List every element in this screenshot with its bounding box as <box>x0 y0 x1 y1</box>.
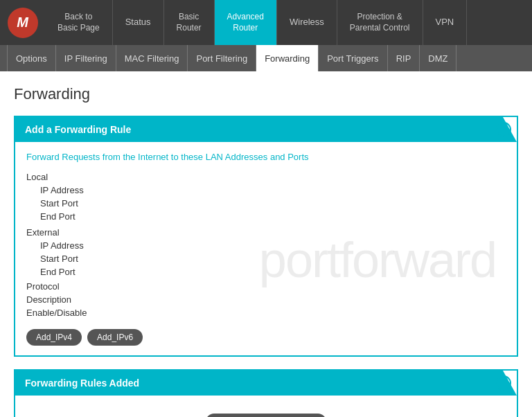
local-end-port: End Port <box>26 210 506 223</box>
logo-area: M <box>0 0 45 45</box>
nav-item-basic-router[interactable]: Basic Router <box>164 0 215 45</box>
clear-all-button[interactable]: Clear All Forwarding Rules <box>206 414 326 417</box>
local-label: Local <box>26 169 506 184</box>
sub-nav: Options IP Filtering MAC Filtering Port … <box>0 45 532 71</box>
rules-info-icon[interactable]: i <box>496 375 511 391</box>
nav-item-advanced-router[interactable]: Advanced Router <box>215 0 277 45</box>
local-group: Local IP Address Start Port End Port <box>26 169 506 223</box>
enable-disable-field: Enable/Disable <box>26 306 506 319</box>
subnav-ip-filtering[interactable]: IP Filtering <box>56 45 116 71</box>
external-ip-address: IP Address <box>26 239 506 252</box>
main-content: Forwarding Add a Forwarding Rule i Forwa… <box>0 71 532 417</box>
external-label: External <box>26 224 506 239</box>
nav-item-wireless[interactable]: Wireless <box>277 0 337 45</box>
forwarding-rules-section: Forwarding Rules Added i Clear All Forwa… <box>14 369 518 417</box>
page-title: Forwarding <box>14 85 518 103</box>
add-forwarding-rule-section: Add a Forwarding Rule i Forward Requests… <box>14 116 518 357</box>
external-start-port: Start Port <box>26 252 506 265</box>
subnav-rip[interactable]: RIP <box>388 45 420 71</box>
nav-item-protection[interactable]: Protection & Parental Control <box>337 0 423 45</box>
top-nav: M Back to Basic Page Status Basic Router… <box>0 0 532 45</box>
add-rule-body: Forward Requests from the Internet to th… <box>15 142 517 355</box>
add-rule-header: Add a Forwarding Rule <box>15 117 517 142</box>
subnav-forwarding[interactable]: Forwarding <box>256 45 319 71</box>
nav-item-back[interactable]: Back to Basic Page <box>45 0 113 45</box>
subnav-mac-filtering[interactable]: MAC Filtering <box>116 45 188 71</box>
add-rule-info-icon[interactable]: i <box>496 122 511 137</box>
add-ipv6-button[interactable]: Add_IPv6 <box>87 329 143 346</box>
subnav-options[interactable]: Options <box>7 45 56 71</box>
add-buttons-row: Add_IPv4 Add_IPv6 <box>26 329 506 346</box>
forward-link: Forward Requests from the Internet to th… <box>26 152 506 162</box>
nav-item-status[interactable]: Status <box>113 0 164 45</box>
subnav-port-filtering[interactable]: Port Filtering <box>188 45 256 71</box>
external-group: External IP Address Start Port End Port <box>26 224 506 278</box>
subnav-port-triggers[interactable]: Port Triggers <box>319 45 387 71</box>
external-end-port: End Port <box>26 265 506 278</box>
rules-body: Clear All Forwarding Rules <box>15 396 517 417</box>
local-ip-address: IP Address <box>26 184 506 197</box>
description-field: Description <box>26 293 506 306</box>
subnav-dmz[interactable]: DMZ <box>420 45 456 71</box>
add-ipv4-button[interactable]: Add_IPv4 <box>26 329 82 346</box>
rules-header: Forwarding Rules Added <box>15 371 517 396</box>
nav-item-vpn[interactable]: VPN <box>423 0 468 45</box>
protocol-field: Protocol <box>26 280 506 293</box>
motorola-logo: M <box>8 8 38 38</box>
local-start-port: Start Port <box>26 197 506 210</box>
